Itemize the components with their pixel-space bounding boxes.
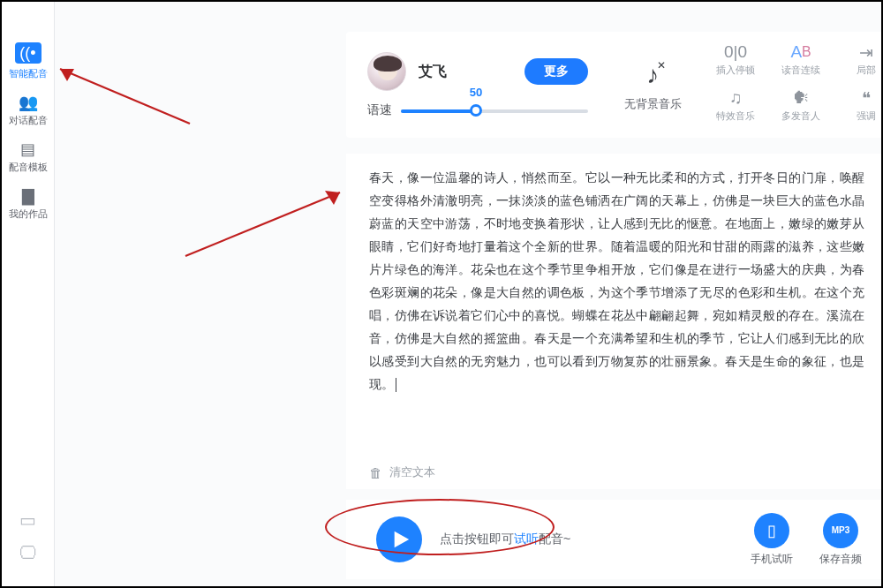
screenshot-frame: [0, 0, 883, 588]
